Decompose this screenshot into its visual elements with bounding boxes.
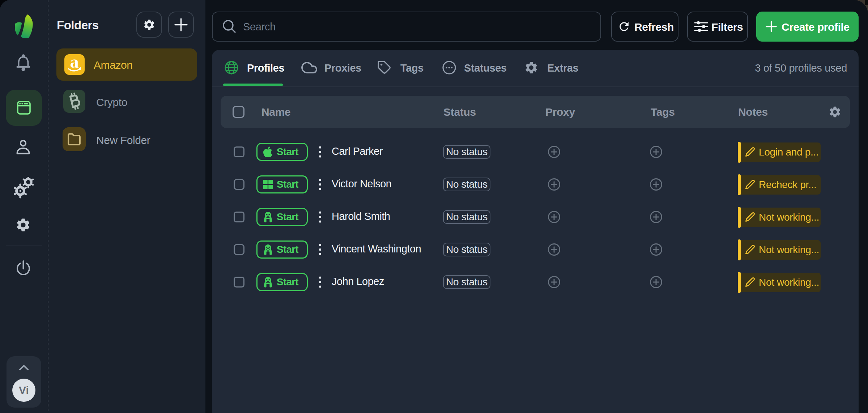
svg-text:a: a: [70, 54, 79, 72]
